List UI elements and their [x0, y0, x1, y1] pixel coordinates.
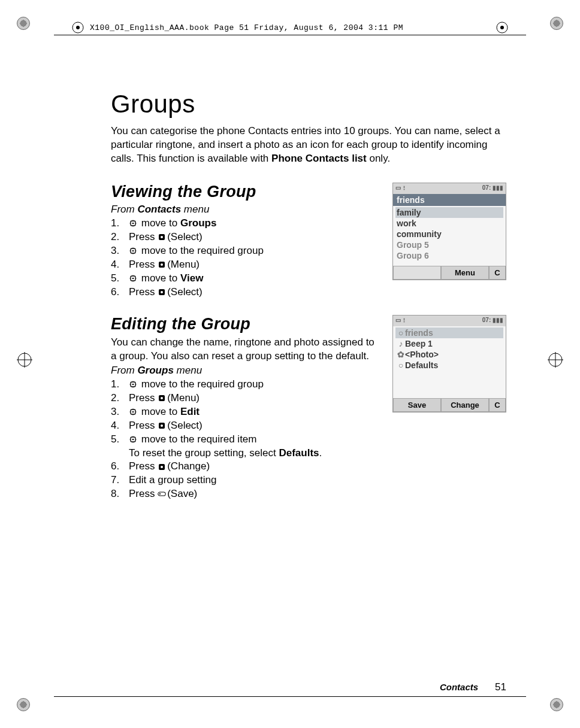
svg-point-25 — [161, 397, 163, 399]
viewing-steps: 1. move to Groups2.Press (Select)3. move… — [111, 217, 380, 299]
viewing-from-line: From Contacts menu — [111, 204, 380, 216]
step-item: 2.Press (Select) — [111, 230, 380, 244]
editing-screenshot: ▭ ⫶ 07: ▮▮▮ ○friends♪Beep 1✿<Photo>○Defa… — [392, 315, 506, 412]
page-title: Groups — [111, 90, 506, 119]
list-item: ✿<Photo> — [395, 349, 503, 360]
running-header: X100_OI_English_AAA.book Page 51 Friday,… — [72, 22, 508, 34]
svg-point-13 — [161, 236, 163, 238]
step-item: 8.Press (Save) — [111, 487, 380, 501]
step-item: 6.Press (Change) — [111, 460, 380, 474]
viewing-from-suffix: menu — [181, 204, 209, 215]
step-item: 1. move to Groups — [111, 217, 380, 230]
svg-point-21 — [161, 291, 163, 293]
sel-key-icon — [158, 258, 166, 272]
svg-rect-34 — [158, 492, 165, 496]
crop-mark-ml — [17, 352, 32, 368]
viewing-screenshot: ▭ ⫶ 07: ▮▮▮ friends familyworkcommunityG… — [392, 183, 506, 280]
nav-key-icon — [129, 244, 137, 258]
softkey-menu: Menu — [441, 266, 489, 280]
step-item: 3. move to Edit — [111, 405, 380, 419]
sel-key-icon — [158, 460, 166, 474]
list-item: ♪Beep 1 — [395, 338, 503, 349]
svg-point-35 — [159, 493, 161, 495]
step-item: 3. move to the required group — [111, 244, 380, 258]
step-item: 4.Press (Select) — [111, 419, 380, 433]
softkey-save: Save — [393, 398, 441, 412]
list-item: work — [395, 218, 503, 229]
ss-body: ○friends♪Beep 1✿<Photo>○Defaults — [393, 326, 506, 398]
step-item: 2.Press (Menu) — [111, 392, 380, 405]
sel-key-icon — [158, 286, 166, 299]
sel-key-icon — [158, 230, 166, 244]
list-item: Group 6 — [395, 250, 503, 261]
footer-section: Contacts — [440, 682, 478, 692]
editing-from-prefix: From — [111, 365, 137, 376]
nav-key-icon — [129, 272, 137, 286]
editing-from-suffix: menu — [174, 365, 202, 376]
intro-text-b: only. — [367, 153, 390, 164]
svg-point-15 — [132, 250, 134, 252]
step-item: 1. move to the required group — [111, 378, 380, 392]
ss-status-right: 07: ▮▮▮ — [482, 317, 503, 325]
viewing-from-bold: Contacts — [137, 204, 181, 215]
list-item: ○Defaults — [395, 360, 503, 371]
svg-point-11 — [132, 223, 134, 225]
editing-steps: 1. move to the required group2.Press (Me… — [111, 378, 380, 502]
list-item: ○friends — [395, 327, 503, 338]
intro-paragraph: You can categorise the phone Contacts en… — [111, 125, 506, 166]
footer-rule — [54, 696, 526, 697]
viewing-heading: Viewing the Group — [111, 183, 380, 201]
softkey-c: C — [489, 398, 506, 412]
nav-key-icon — [129, 378, 137, 392]
softkey-c: C — [489, 266, 506, 280]
svg-point-31 — [132, 438, 134, 440]
editing-from-bold: Groups — [137, 365, 173, 376]
viewing-from-prefix: From — [111, 204, 137, 215]
nav-key-icon — [129, 433, 137, 447]
list-item: community — [395, 229, 503, 239]
ss-status-right: 07: ▮▮▮ — [482, 184, 503, 193]
sel-key-icon — [158, 392, 166, 405]
header-rule — [54, 35, 526, 35]
svg-point-33 — [161, 466, 163, 468]
editing-desc: You can change the name, ringtone and ph… — [111, 336, 380, 363]
step-item: 6.Press (Select) — [111, 286, 380, 299]
svg-point-19 — [132, 277, 134, 279]
list-item: Group 5 — [395, 239, 503, 250]
step-item: 5. move to the required itemTo reset the… — [111, 433, 380, 460]
svg-point-7 — [76, 26, 80, 29]
crop-mark-tr — [550, 17, 563, 30]
ss-status-left: ▭ ⫶ — [395, 184, 406, 193]
running-header-text: X100_OI_English_AAA.book Page 51 Friday,… — [90, 23, 403, 32]
page-footer: Contacts 51 — [111, 681, 506, 693]
crop-mark-br — [550, 698, 563, 711]
sel-key-icon — [158, 419, 166, 433]
svg-point-17 — [161, 263, 163, 266]
editing-heading: Editing the Group — [111, 315, 380, 333]
ss-title: friends — [393, 194, 506, 206]
step-item: 4.Press (Menu) — [111, 258, 380, 272]
ss-status-left: ▭ ⫶ — [395, 317, 406, 325]
softkey-change: Change — [441, 398, 489, 412]
footer-page-number: 51 — [495, 681, 506, 693]
list-item: family — [395, 207, 503, 218]
intro-bold: Phone Contacts list — [271, 153, 367, 164]
nav-key-icon — [129, 405, 137, 419]
svg-point-27 — [132, 411, 134, 412]
crop-mark-tl — [17, 17, 30, 30]
step-item: 5. move to View — [111, 272, 380, 286]
step-item: 7.Edit a group setting — [111, 474, 380, 487]
svg-point-23 — [132, 383, 134, 385]
ss-body: familyworkcommunityGroup 5Group 6 — [393, 206, 506, 266]
nav-key-icon — [129, 217, 137, 230]
save-key-icon — [158, 487, 166, 501]
crop-mark-mr — [548, 352, 563, 368]
softkey-left — [393, 266, 441, 280]
svg-point-29 — [161, 424, 163, 427]
editing-from-line: From Groups menu — [111, 365, 380, 377]
svg-point-9 — [500, 26, 504, 29]
crop-mark-bl — [17, 698, 30, 711]
